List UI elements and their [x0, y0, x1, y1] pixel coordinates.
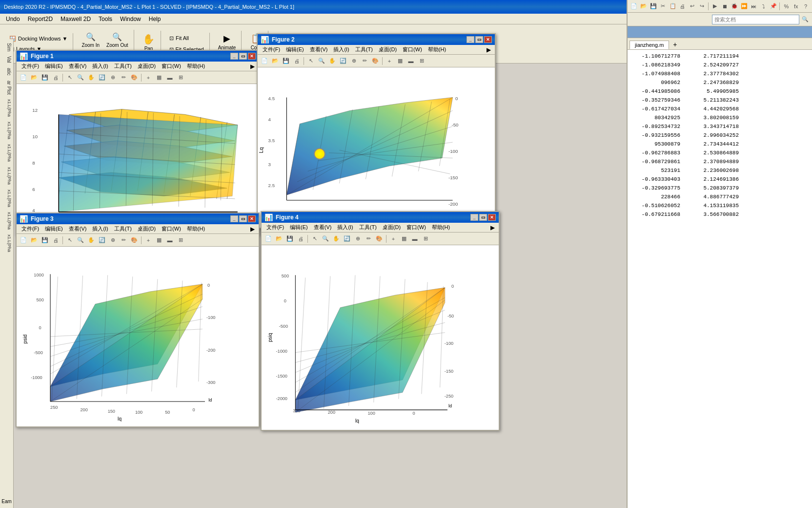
fig3-save[interactable]: 💾 [40, 235, 50, 245]
fig4-menu-insert[interactable]: 插入(I) [334, 223, 356, 232]
fig4-select[interactable]: ⊕ [353, 234, 363, 244]
fig3-menu-edit[interactable]: 编辑(E) [42, 225, 66, 233]
fig3-menu-file[interactable]: 文件(F) [19, 225, 42, 233]
rp-btn3[interactable]: 💾 [649, 1, 658, 11]
rp-btn7[interactable]: ↩ [688, 1, 696, 11]
fig1-menu-window[interactable]: 窗口(W) [159, 62, 184, 70]
sidebar-item-2[interactable]: atic [1, 66, 13, 78]
rp-btn18[interactable]: ? [801, 1, 810, 11]
fig4-new[interactable]: 📄 [264, 234, 273, 244]
fig2-menu-tools[interactable]: 工具(T) [352, 45, 376, 54]
fig2-legend[interactable]: ▦ [395, 56, 405, 66]
fig3-open[interactable]: 📂 [29, 235, 39, 245]
fig4-zoom[interactable]: 🔍 [321, 234, 330, 244]
tab-add-button[interactable]: + [670, 40, 680, 49]
sidebar-item-3[interactable]: ar Plot [1, 79, 13, 97]
fig3-grid[interactable]: ⊞ [176, 235, 185, 245]
fig2-menu-expand[interactable]: ▶ [485, 46, 493, 54]
fig4-brush[interactable]: ✏ [364, 234, 373, 244]
fig2-grid[interactable]: ⊞ [417, 56, 426, 66]
fig1-save[interactable]: 💾 [40, 73, 50, 83]
figure3-minimize[interactable]: _ [230, 215, 238, 222]
fig2-zoom[interactable]: 🔍 [317, 56, 326, 66]
fig2-colormap[interactable]: 🎨 [370, 56, 380, 66]
fig2-select[interactable]: ⊕ [349, 56, 359, 66]
fig4-menu-tools[interactable]: 工具(T) [356, 223, 380, 232]
figure1-restore[interactable]: ▭ [239, 53, 247, 60]
fig2-menu-help[interactable]: 帮助(H) [425, 45, 449, 54]
fig1-menu-help[interactable]: 帮助(H) [184, 62, 208, 70]
fig3-colorbar[interactable]: ▬ [165, 235, 175, 245]
fig1-brush[interactable]: ✏ [119, 73, 128, 83]
fig2-datacursor[interactable]: + [385, 56, 394, 66]
menu-maxwell2d[interactable]: Maxwell 2D [57, 15, 95, 23]
fig4-menu-window[interactable]: 窗口(W) [404, 223, 429, 232]
sidebar-item-0[interactable]: Sim [1, 41, 13, 53]
fig3-legend[interactable]: ▦ [154, 235, 164, 245]
fig1-menu-expand[interactable]: ▶ [248, 63, 257, 70]
rp-btn10[interactable]: ⏹ [720, 1, 729, 11]
rp-btn12[interactable]: ⏩ [740, 1, 749, 11]
fig2-menu-view[interactable]: 查看(V) [307, 45, 331, 54]
rp-btn2[interactable]: 📂 [639, 1, 648, 11]
fig1-menu-edit[interactable]: 编辑(E) [42, 62, 66, 70]
fig4-open[interactable]: 📂 [274, 234, 284, 244]
fig2-brush[interactable]: ✏ [360, 56, 369, 66]
figure1-close[interactable]: ✕ [248, 53, 256, 60]
fig4-legend[interactable]: ▦ [399, 234, 409, 244]
fig4-colorbar[interactable]: ▬ [410, 234, 420, 244]
fig2-menu-file[interactable]: 文件(F) [260, 45, 283, 54]
rp-btn9[interactable]: ▶ [710, 1, 719, 11]
fig2-pan[interactable]: ✋ [327, 56, 337, 66]
figure1-minimize[interactable]: _ [230, 53, 238, 60]
fig1-zoom[interactable]: 🔍 [76, 73, 85, 83]
sidebar-item-8[interactable]: x1.L(Pha [1, 188, 13, 209]
fig1-rotate[interactable]: 🔄 [97, 73, 107, 83]
fig2-menu-desktop[interactable]: 桌面(D) [376, 45, 400, 54]
fig3-cursor[interactable]: ↖ [65, 235, 75, 245]
menu-help[interactable]: Help [145, 15, 165, 23]
docking-windows-button[interactable]: 🪟 Docking Windows ▼ [7, 34, 70, 43]
fig2-menu-insert[interactable]: 插入(I) [330, 45, 352, 54]
fig2-cursor[interactable]: ↖ [306, 56, 316, 66]
rp-btn14[interactable]: ⤵ [759, 1, 768, 11]
tab-jianzheng[interactable]: jianzheng.m [629, 41, 669, 49]
fig1-pan2[interactable]: ✋ [86, 73, 96, 83]
fig3-menu-view[interactable]: 查看(V) [66, 225, 90, 233]
fig3-menu-tools[interactable]: 工具(T) [111, 225, 135, 233]
fig4-menu-edit[interactable]: 编辑(E) [287, 223, 311, 232]
fig2-menu-window[interactable]: 窗口(W) [400, 45, 425, 54]
menu-undo[interactable]: Undo [2, 15, 24, 23]
sidebar-item-7[interactable]: x1.L(Pha [1, 165, 13, 187]
rp-btn1[interactable]: 📄 [629, 1, 638, 11]
sidebar-item-9[interactable]: x1.L(Pha [1, 210, 13, 232]
fig1-colormap[interactable]: 🎨 [129, 73, 139, 83]
fig3-new[interactable]: 📄 [19, 235, 28, 245]
fig3-menu-insert[interactable]: 插入(I) [89, 225, 111, 233]
figure2-minimize[interactable]: _ [467, 36, 474, 43]
fig1-menu-insert[interactable]: 插入(I) [89, 62, 111, 70]
fig1-print[interactable]: 🖨 [51, 73, 61, 83]
fig3-menu-expand[interactable]: ▶ [248, 225, 257, 233]
rp-btn15[interactable]: 📌 [769, 1, 778, 11]
fig3-menu-window[interactable]: 窗口(W) [159, 225, 184, 233]
sidebar-item-10[interactable]: x1.L(Pha [1, 233, 13, 254]
fig1-grid[interactable]: ⊞ [176, 73, 185, 83]
fig4-pan[interactable]: ✋ [331, 234, 341, 244]
figure4-close[interactable]: ✕ [488, 214, 496, 221]
rp-btn16[interactable]: % [782, 1, 791, 11]
figure2-close[interactable]: ✕ [484, 36, 492, 43]
fig3-zoom[interactable]: 🔍 [76, 235, 85, 245]
fig4-colormap[interactable]: 🎨 [374, 234, 384, 244]
rp-btn11[interactable]: 🐞 [730, 1, 739, 11]
fig2-colorbar[interactable]: ▬ [406, 56, 416, 66]
fig1-menu-view[interactable]: 查看(V) [66, 62, 90, 70]
fig2-print[interactable]: 🖨 [292, 56, 302, 66]
fig1-menu-desktop[interactable]: 桌面(D) [135, 62, 159, 70]
zoom-out-button[interactable]: 🔍 Zoom Out [104, 31, 130, 49]
fig3-rotate[interactable]: 🔄 [97, 235, 107, 245]
sidebar-item-6[interactable]: x1.L(Pha [1, 142, 13, 164]
fig2-open[interactable]: 📂 [270, 56, 280, 66]
menu-window[interactable]: Window [116, 15, 145, 23]
fig3-datacursor[interactable]: + [143, 235, 153, 245]
